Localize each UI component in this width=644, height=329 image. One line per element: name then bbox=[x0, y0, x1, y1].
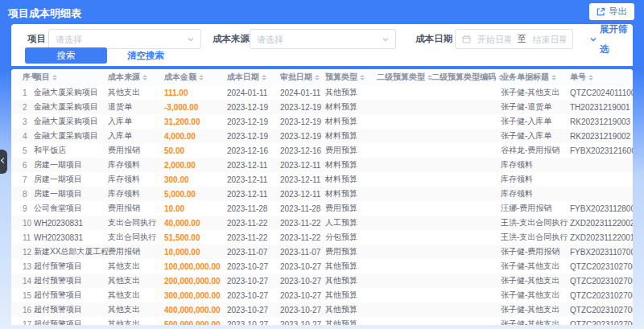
start-date-input[interactable] bbox=[471, 30, 518, 48]
table-row: 10WH20230831支出合同执行40,000.002023-11-22202… bbox=[11, 216, 633, 230]
cell-index: 12 bbox=[11, 245, 34, 259]
cell-approval-date: 2023-12-16 bbox=[280, 143, 325, 158]
column-label: 项目 bbox=[34, 72, 50, 83]
cell-budget-type: 材料预算 bbox=[325, 114, 377, 129]
cell-sub-budget-code bbox=[431, 317, 501, 325]
column-header-doc-title[interactable]: 业务单据标题 bbox=[501, 69, 570, 85]
cell-sub-budget-type bbox=[377, 302, 431, 317]
table-row: 4金融大厦采购项目入库单4,000.002023-12-192023-12-19… bbox=[11, 129, 633, 143]
column-header-cost-amount[interactable]: 成本金额 bbox=[164, 69, 227, 85]
table-row: 11WH20230831支出合同执行51,500.002023-11-22202… bbox=[11, 230, 633, 245]
cell-cost-source: 支出合同执行 bbox=[108, 216, 164, 230]
column-header-cost-source[interactable]: 成本来源 bbox=[108, 69, 164, 85]
cell-sub-budget-type bbox=[377, 245, 431, 259]
cell-doc-no: FYBX20231216001 bbox=[570, 143, 633, 158]
cell-cost-source: 费用报销 bbox=[108, 143, 164, 158]
cell-doc-no: RK20231219002 bbox=[570, 129, 633, 143]
cell-cost-date: 2023-11-28 bbox=[227, 201, 280, 216]
cell-cost-amount: 51,500.00 bbox=[164, 230, 227, 245]
cell-project: 和平饭店 bbox=[34, 143, 108, 158]
cell-approval-date: 2023-12-19 bbox=[280, 100, 325, 114]
column-label: 二级预算类型编码 bbox=[431, 72, 496, 83]
cell-cost-source: 库存领料 bbox=[108, 187, 164, 201]
cell-doc-no: QTZC20231027002 bbox=[570, 273, 633, 288]
table-row: 3金融大厦采购项目入库单31,200.002023-12-192023-12-1… bbox=[11, 114, 633, 129]
cell-cost-source: 其他支出 bbox=[108, 273, 164, 288]
drawer-toggle[interactable] bbox=[0, 150, 7, 174]
cell-project: 金融大厦采购项目 bbox=[34, 85, 108, 100]
export-button[interactable]: 导出 bbox=[589, 3, 634, 20]
cell-cost-amount: 5,000.00 bbox=[164, 187, 227, 201]
cell-doc-title: 库存领料 bbox=[501, 172, 570, 187]
cost-date-range[interactable]: 至 bbox=[455, 29, 573, 49]
cell-sub-budget-type bbox=[377, 259, 431, 273]
cell-doc-title: 张子健-入库单 bbox=[501, 129, 570, 143]
sort-icon[interactable] bbox=[52, 75, 57, 80]
column-header-sub-budget-type[interactable]: 二级预算类型 bbox=[377, 69, 431, 85]
column-header-approval-date[interactable]: 审批日期 bbox=[280, 69, 325, 85]
cell-doc-no: QTZC20231027002 bbox=[570, 259, 633, 273]
cell-cost-date: 2024-01-11 bbox=[227, 85, 280, 100]
cell-index: 6 bbox=[11, 158, 34, 172]
column-header-cost-date[interactable]: 成本日期 bbox=[227, 69, 280, 85]
sort-icon[interactable] bbox=[199, 75, 204, 80]
cell-budget-type: 材料预算 bbox=[325, 100, 377, 114]
column-header-sub-budget-code[interactable]: 二级预算类型编码 bbox=[431, 69, 501, 85]
cell-budget-type: 其他预算 bbox=[325, 85, 377, 100]
expand-filter-label: 展开筛选 bbox=[600, 19, 633, 60]
column-header-project[interactable]: 项目 bbox=[34, 69, 108, 85]
cell-approval-date: 2023-10-27 bbox=[280, 273, 325, 288]
cell-budget-type: 材料预算 bbox=[325, 187, 377, 201]
chevron-down-icon bbox=[187, 35, 195, 43]
column-header-doc-no[interactable]: 单号 bbox=[570, 69, 633, 85]
cell-sub-budget-code bbox=[431, 245, 501, 259]
cell-sub-budget-code bbox=[431, 114, 501, 129]
cell-index: 9 bbox=[11, 201, 34, 216]
search-button[interactable]: 搜索 bbox=[25, 47, 107, 64]
clear-search-link[interactable]: 清空搜索 bbox=[127, 47, 164, 64]
cell-doc-title: 王洪-支出合同执行 bbox=[501, 230, 570, 245]
sort-icon[interactable] bbox=[262, 75, 266, 80]
cell-doc-no: QTZC20231027002 bbox=[570, 317, 633, 325]
cell-project: 超付预警项目 bbox=[34, 288, 108, 302]
cell-budget-type: 其他预算 bbox=[325, 317, 377, 325]
cell-sub-budget-code bbox=[431, 85, 501, 100]
cell-cost-amount: 400,000,000.00 bbox=[164, 302, 227, 317]
cell-approval-date: 2023-11-22 bbox=[280, 230, 325, 245]
cell-cost-source: 费用报销 bbox=[108, 245, 164, 259]
cell-sub-budget-type bbox=[377, 172, 431, 187]
cell-doc-title: 张子健-入库单 bbox=[501, 114, 570, 129]
cell-doc-title: 张子健-其他支出 bbox=[501, 302, 570, 317]
cell-budget-type: 材料预算 bbox=[325, 172, 377, 187]
project-select[interactable] bbox=[48, 29, 201, 49]
cell-doc-no: QTZC20240111001 bbox=[570, 85, 633, 100]
cell-sub-budget-type bbox=[377, 100, 431, 114]
cell-sub-budget-code bbox=[431, 187, 501, 201]
column-label: 单号 bbox=[570, 72, 586, 83]
cell-cost-date: 2023-10-27 bbox=[227, 288, 280, 302]
cell-index: 15 bbox=[11, 288, 34, 302]
cell-doc-no: FYBX20231128001 bbox=[570, 201, 633, 216]
sort-icon[interactable] bbox=[551, 75, 556, 80]
table-row: 7房建一期项目库存领料300.002023-12-112023-12-11材料预… bbox=[11, 172, 633, 187]
expand-filter-link[interactable]: 展开筛选 bbox=[589, 29, 633, 49]
project-select-input[interactable] bbox=[49, 30, 187, 48]
sort-icon[interactable] bbox=[588, 75, 593, 80]
sort-icon[interactable] bbox=[360, 75, 365, 80]
cost-source-select-input[interactable] bbox=[250, 30, 382, 48]
cost-source-select[interactable] bbox=[250, 29, 396, 49]
cell-approval-date: 2023-12-11 bbox=[280, 187, 325, 201]
cell-index: 13 bbox=[11, 259, 34, 273]
cell-cost-date: 2023-12-11 bbox=[227, 187, 280, 201]
sort-icon[interactable] bbox=[315, 75, 320, 80]
sort-icon[interactable] bbox=[142, 75, 147, 80]
cell-approval-date: 2023-10-27 bbox=[280, 317, 325, 325]
project-filter-label: 项目 bbox=[27, 29, 46, 49]
cell-cost-source: 支出合同执行 bbox=[108, 230, 164, 245]
table-row: 17超付预警项目其他支出500,000,000.002023-10-272023… bbox=[11, 317, 633, 325]
column-header-budget-type[interactable]: 预算类型 bbox=[325, 69, 377, 85]
end-date-input[interactable] bbox=[526, 30, 573, 48]
cell-approval-date: 2023-12-11 bbox=[280, 158, 325, 172]
cost-source-filter-label: 成本来源 bbox=[213, 29, 250, 49]
cell-sub-budget-code bbox=[431, 172, 501, 187]
